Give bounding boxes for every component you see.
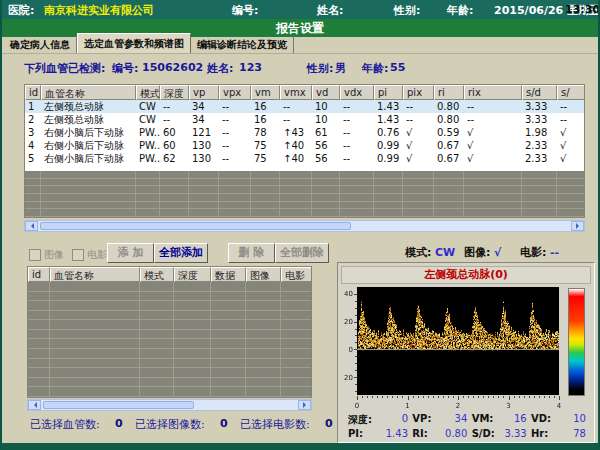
table-cell: 0.76 [374, 127, 403, 138]
table-cell: 16 [251, 101, 280, 112]
right-arrow-icon [303, 402, 309, 408]
detected-vessels-table[interactable]: id血管名称模式深度vpvpxvmvmxvdvdxpipixririxs/ds/… [24, 84, 585, 218]
table-cell: -- [340, 153, 374, 164]
table-cell: -- [403, 114, 434, 125]
empty-row [28, 292, 311, 302]
table-cell: -- [340, 101, 374, 112]
table-cell: 78 [251, 127, 280, 138]
selection-summary: 已选择血管数: 0 已选择图像数: 0 已选择电影数: 0 [2, 417, 332, 431]
column-header: vmx [280, 85, 312, 100]
empty-row [28, 359, 311, 369]
selected-vessels-table[interactable]: id血管名称模式深度数据图像电影 [27, 266, 312, 398]
table-cell: 右侧小脑后下动脉 [41, 152, 136, 166]
empty-row [28, 330, 311, 340]
no-value: 15062602 [142, 61, 203, 74]
add-button[interactable]: 添 加 [107, 243, 154, 263]
checkbox-icon [72, 249, 84, 261]
empty-row [25, 209, 584, 217]
tab-edit-diagnosis[interactable]: 编辑诊断结论及预览 [191, 36, 294, 53]
table-row[interactable]: 3右侧小脑后下动脉PW...60121--78↑4361--0.76√0.59√… [25, 126, 584, 139]
empty-row [28, 378, 311, 388]
scroll-track[interactable] [41, 400, 298, 410]
scroll-thumb[interactable] [40, 222, 351, 230]
delete-button[interactable]: 删 除 [228, 243, 275, 263]
table-row[interactable]: 1左侧颈总动脉CW--34--16--10--1.43--0.80--3.33-… [25, 100, 584, 113]
table-cell: 34 [189, 114, 219, 125]
table-cell: 130 [189, 153, 219, 164]
table-cell: CW [136, 114, 160, 125]
left-arrow-icon [31, 402, 37, 408]
table-cell: 1.98 [522, 127, 557, 138]
empty-row [28, 311, 311, 321]
empty-row [28, 339, 311, 349]
scroll-thumb[interactable] [43, 401, 194, 409]
scroll-right-button[interactable] [298, 400, 311, 410]
ri-label: RI: [412, 428, 427, 439]
column-header: 血管名称 [41, 85, 136, 100]
table-cell: √ [464, 127, 522, 138]
column-header: ri [434, 85, 464, 100]
empty-row [25, 171, 584, 179]
tab-vessel-params[interactable]: 选定血管参数和频谱图 [77, 33, 191, 53]
scroll-track[interactable] [38, 221, 571, 231]
table-cell: 0.99 [374, 153, 403, 164]
mode-status: 模式: CW [405, 245, 455, 260]
app-titlebar: 医院: 南京科进实业有限公司 编号: 姓名: 性别: 年龄: 2015/06/2… [2, 0, 598, 19]
table-cell: CW [136, 101, 160, 112]
table-cell: 0.99 [374, 140, 403, 151]
empty-row [25, 186, 584, 194]
add-all-button[interactable]: 全部添加 [154, 243, 208, 263]
column-header: vp [189, 85, 219, 100]
cine-status: 电影: -- [520, 245, 559, 260]
table-cell: √ [403, 153, 434, 164]
image-status: 图像: √ [464, 245, 501, 260]
table-cell: ↑43 [280, 127, 312, 138]
hr-label: Hr: [531, 428, 548, 439]
scroll-right-button[interactable] [571, 221, 584, 231]
empty-row [25, 179, 584, 187]
table-cell: 2 [25, 114, 41, 125]
table-cell: -- [280, 101, 312, 112]
vp-label: VP: [412, 413, 431, 427]
column-header: s/d [522, 85, 557, 100]
column-header: pix [403, 85, 434, 100]
ri-value: 0.80 [445, 428, 467, 439]
table-cell: -- [219, 140, 251, 151]
tab-patient-info[interactable]: 确定病人信息 [4, 36, 77, 53]
table-row[interactable]: 5右侧小脑后下动脉PW...62130--75↑4056--0.99√0.67√… [25, 152, 584, 165]
scroll-left-button[interactable] [28, 400, 41, 410]
table-row[interactable]: 4右侧小脑后下动脉PW...60130--75↑4056--0.99√0.67√… [25, 139, 584, 152]
scroll-left-button[interactable] [25, 221, 38, 231]
name-label: 姓名: [207, 61, 233, 76]
table-cell: -- [340, 127, 374, 138]
table-cell: 左侧颈总动脉 [41, 100, 136, 114]
column-header: vd [312, 85, 340, 100]
application-window: 医院: 南京科进实业有限公司 编号: 姓名: 性别: 年龄: 2015/06/2… [0, 0, 600, 450]
table-cell: √ [557, 140, 585, 151]
table-cell: ↑40 [280, 153, 312, 164]
table-row[interactable]: 2左侧颈总动脉CW--34--16--10--1.43--0.80--3.33-… [25, 113, 584, 126]
column-header: 模式 [136, 85, 160, 100]
depth-label: 深度: [348, 413, 372, 427]
cine-checkbox[interactable]: 电影 [72, 248, 107, 262]
tab-bar: 确定病人信息 选定血管参数和频谱图 编辑诊断结论及预览 [2, 37, 598, 54]
sex-label: 性别: [307, 61, 333, 76]
empty-row [25, 202, 584, 210]
table-cell: 5 [25, 153, 41, 164]
vessels-table-h-scrollbar[interactable] [24, 220, 585, 232]
table-cell: -- [340, 114, 374, 125]
table-cell: 121 [189, 127, 219, 138]
vm-value: 16 [514, 413, 527, 427]
selected-table-h-scrollbar[interactable] [27, 399, 312, 411]
table-cell: 3.33 [522, 101, 557, 112]
table-cell: -- [280, 114, 312, 125]
table-cell: PW... [136, 127, 160, 138]
table-cell: -- [340, 140, 374, 151]
age-value: 55 [390, 61, 405, 74]
table-cell: 34 [189, 101, 219, 112]
image-checkbox[interactable]: 图像 [29, 248, 64, 262]
table-cell: 3.33 [522, 114, 557, 125]
delete-all-button[interactable]: 全部删除 [275, 243, 329, 263]
table-cell: PW... [136, 153, 160, 164]
column-header: id [28, 267, 50, 282]
